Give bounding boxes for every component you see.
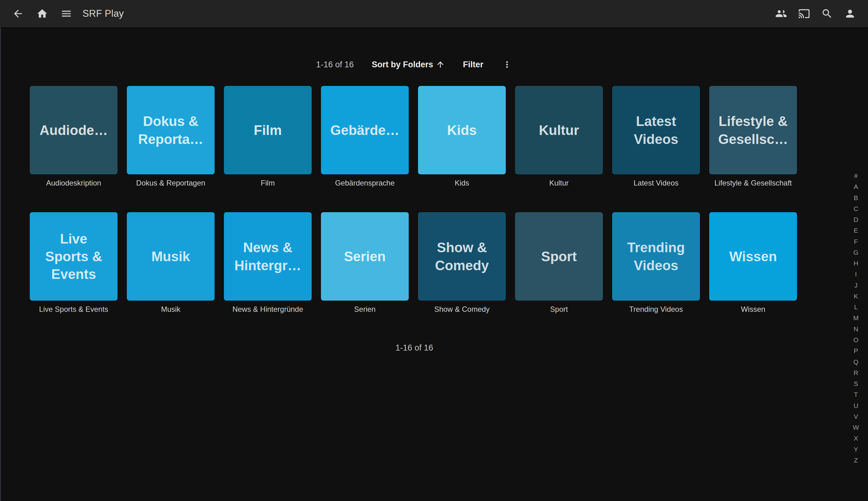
alphabet-letter[interactable]: T [854,391,858,398]
library-tile: Serien Serien [321,212,409,313]
app-bar-left [12,8,73,20]
library-tile: Lifestyle & Gesellsc… Lifestyle & Gesell… [709,86,797,188]
cast-icon [798,8,810,20]
alphabet-letter[interactable]: F [854,238,858,245]
library-tile-caption[interactable]: Sport [515,305,603,313]
library-tile-title: Wissen [727,247,780,265]
library-tile: Kids Kids [418,86,506,188]
library-tile-image[interactable]: Latest Videos [612,86,700,174]
library-tile-image[interactable]: Sport [515,212,603,301]
library-tile-image[interactable]: Kultur [515,86,603,174]
library-tile-caption[interactable]: Wissen [709,305,797,313]
alphabet-letter[interactable]: Q [854,359,858,365]
library-tile-image[interactable]: Dokus & Reporta… [127,86,215,174]
alphabet-letter[interactable]: M [853,315,859,321]
library-grid: Audiode… Audiodeskription Dokus & Report… [30,86,797,313]
library-tile-caption[interactable]: Latest Videos [612,179,700,188]
alphabet-letter[interactable]: Y [854,446,858,452]
alphabet-letter[interactable]: R [854,370,858,376]
alphabet-letter[interactable]: W [853,424,859,430]
filter-button[interactable]: Filter [463,60,484,70]
library-tile-title: Gebärde… [328,121,402,139]
library-tile-title: Serien [341,247,388,265]
alphabet-letter[interactable]: C [854,205,858,212]
alphabet-letter[interactable]: K [854,293,858,299]
alphabet-letter[interactable]: # [854,172,858,179]
overflow-menu-button[interactable] [501,59,513,70]
library-tile-caption[interactable]: Serien [321,305,409,313]
cast-button[interactable] [798,8,810,20]
library-tile-caption[interactable]: Gebärdensprache [321,179,409,188]
app-bar-right [775,8,856,20]
alphabet-letter[interactable]: I [855,271,857,277]
alphabet-letter[interactable]: A [854,183,858,190]
library-tile-title: Musik [149,247,193,265]
alphabet-letter[interactable]: S [854,380,858,387]
library-tile-image[interactable]: Wissen [709,212,797,301]
library-tile-title: Audiode… [37,121,110,139]
library-tile-title: Sport [539,247,579,265]
alphabet-letter[interactable]: J [854,282,858,288]
library-tile-image[interactable]: Musik [127,212,215,301]
alphabet-letter[interactable]: O [854,337,858,343]
alphabet-letter[interactable]: V [854,413,858,420]
library-tile-caption[interactable]: Film [224,179,312,188]
library-tile-caption[interactable]: Trending Videos [612,305,700,313]
library-tile-image[interactable]: Audiode… [30,86,118,174]
library-tile: Audiode… Audiodeskription [30,86,118,188]
library-tile-image[interactable]: Show & Comedy [418,212,506,301]
library-tile-caption[interactable]: Dokus & Reportagen [127,179,215,188]
library-tile-caption[interactable]: Kultur [515,179,603,188]
alphabet-letter[interactable]: Z [854,457,858,463]
item-count: 1-16 of 16 [316,60,354,70]
alphabet-letter[interactable]: X [854,435,858,441]
library-tile-image[interactable]: News & Hintergr… [224,212,312,301]
library-tile-title: Latest Videos [631,112,681,148]
library-tile-image[interactable]: Serien [321,212,409,301]
library-tile: Live Sports & Events Live Sports & Event… [30,212,118,313]
library-tile-caption[interactable]: Audiodeskription [30,179,118,188]
library-tile: Gebärde… Gebärdensprache [321,86,409,188]
alphabet-picker[interactable]: #ABCDEFGHIJKLMNOPQRSTUVWXYZ [851,172,861,463]
arrow-upward-icon [436,60,445,69]
filter-button-label: Filter [463,60,484,70]
home-button[interactable] [36,8,48,20]
people-button[interactable] [775,8,788,20]
library-tile-image[interactable]: Trending Videos [612,212,700,301]
alphabet-letter[interactable]: D [854,216,858,223]
library-tile-image[interactable]: Lifestyle & Gesellsc… [709,86,797,174]
library-tile-caption[interactable]: Lifestyle & Gesellschaft [709,179,797,188]
alphabet-letter[interactable]: U [854,402,858,409]
library-tile-image[interactable]: Kids [418,86,506,174]
alphabet-letter[interactable]: B [854,194,858,201]
alphabet-letter[interactable]: G [854,249,858,256]
sort-button[interactable]: Sort by Folders [372,60,445,70]
alphabet-letter[interactable]: P [854,348,858,354]
alphabet-letter[interactable]: H [854,260,858,266]
menu-button[interactable] [60,8,73,20]
search-icon [821,8,833,20]
library-tile-title: Show & Comedy [433,238,491,274]
library-tile-caption[interactable]: Live Sports & Events [30,305,118,313]
library-tile: Kultur Kultur [515,86,603,188]
library-tile-caption[interactable]: Musik [127,305,215,313]
library-tile-image[interactable]: Film [224,86,312,174]
library-tile: Film Film [224,86,312,188]
library-tile-caption[interactable]: Show & Comedy [418,305,506,313]
library-tile-caption[interactable]: Kids [418,179,506,188]
library-tile-image[interactable]: Live Sports & Events [30,212,118,301]
back-button[interactable] [12,8,24,20]
search-button[interactable] [821,8,833,20]
library-tile-title: Dokus & Reporta… [135,112,206,148]
library-tile: Dokus & Reporta… Dokus & Reportagen [127,86,215,188]
library-tile-title: Kultur [536,121,582,139]
alphabet-letter[interactable]: N [854,326,858,332]
library-tile-title: Lifestyle & Gesellsc… [716,112,791,148]
library-tile-title: Live Sports & Events [43,230,105,283]
sort-button-label: Sort by Folders [372,60,433,70]
alphabet-letter[interactable]: E [854,227,858,234]
library-tile-image[interactable]: Gebärde… [321,86,409,174]
alphabet-letter[interactable]: L [854,304,858,310]
library-tile-caption[interactable]: News & Hintergründe [224,305,312,313]
user-button[interactable] [844,8,856,20]
